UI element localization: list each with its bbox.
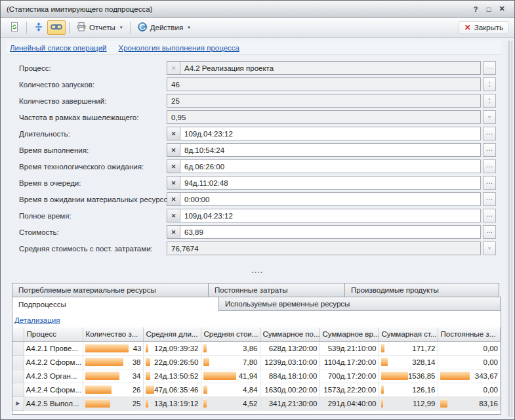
row-selector[interactable] bbox=[12, 369, 24, 383]
row-selector[interactable] bbox=[12, 355, 24, 369]
form-row: Стоимость:✕63,89… bbox=[19, 225, 496, 239]
field-value-box-2: 25 bbox=[167, 94, 481, 108]
value-bar bbox=[203, 358, 209, 366]
reports-label: Отчеты bbox=[89, 24, 115, 32]
column-header-process[interactable]: Процесс bbox=[24, 327, 83, 341]
value-bar bbox=[381, 371, 408, 380]
field-label: Время технологического ожидания: bbox=[19, 163, 167, 171]
value-bar bbox=[85, 371, 119, 380]
value-bar bbox=[146, 385, 155, 394]
cell-sum-time: 539д.21:10:00 bbox=[319, 341, 379, 355]
refresh-document-button[interactable] bbox=[6, 20, 23, 35]
ellipsis-button[interactable]: … bbox=[483, 176, 496, 190]
column-header-avg_dur[interactable]: Средняя дли... bbox=[143, 327, 201, 341]
dropdown-icon: ▼ bbox=[483, 110, 496, 124]
row-selector[interactable] bbox=[12, 383, 24, 396]
clear-field-icon[interactable]: ✕ bbox=[167, 177, 180, 189]
tab-0[interactable]: Потребляемые материальные ресурсы bbox=[12, 283, 209, 297]
column-header-sum_cost[interactable]: Суммарная ст... bbox=[379, 327, 438, 341]
close-dialog-button[interactable]: ✕ Закрыть bbox=[459, 21, 509, 34]
red-x-icon: ✕ bbox=[464, 23, 471, 32]
tab-bottom-1[interactable]: Используемые временные ресурсы bbox=[218, 297, 501, 311]
clear-field-icon[interactable]: ✕ bbox=[167, 226, 180, 238]
field-value[interactable]: 8д.10:54:24 bbox=[180, 144, 480, 156]
refresh-document-icon bbox=[9, 22, 20, 33]
value-bar bbox=[146, 371, 150, 380]
value-bar bbox=[381, 358, 388, 366]
field-value[interactable]: 46 bbox=[167, 78, 480, 91]
cell-sum-full: 1630д.00:20:00 bbox=[260, 383, 319, 396]
dialog-content: Линейный список операцийХронология выпол… bbox=[1, 38, 514, 419]
cell-count: 38 bbox=[83, 355, 143, 369]
cell-sum-full: 884д.18:10:00 bbox=[260, 369, 319, 383]
links-row: Линейный список операцийХронология выпол… bbox=[7, 41, 501, 55]
table-row[interactable]: ▶A4.2.5 Выпол...2513д.13:19:124,52341д.2… bbox=[12, 396, 501, 410]
tab-bottom-0[interactable]: Подпроцессы bbox=[12, 297, 219, 312]
cell-count: 43 bbox=[83, 341, 143, 355]
field-value[interactable]: 109д.04:23:12 bbox=[180, 127, 480, 140]
field-value[interactable]: 109д.04:23:12 bbox=[180, 209, 480, 222]
chevron-down-icon: ▼ bbox=[119, 26, 123, 30]
detail-row: Детализация bbox=[12, 311, 501, 327]
form-row: Время в очереди:✕94д.11:02:48… bbox=[19, 176, 496, 190]
field-label: Время в ожидании материальных ресурсов: bbox=[19, 196, 167, 203]
tab-1[interactable]: Постоянные затраты bbox=[208, 283, 345, 297]
ellipsis-button[interactable]: … bbox=[483, 225, 496, 239]
ellipsis-button[interactable]: … bbox=[483, 192, 496, 206]
clear-field-icon[interactable]: ✕ bbox=[167, 209, 180, 222]
spinner-buttons: ▲▼ bbox=[483, 77, 496, 91]
field-value-box-4: ✕109д.04:23:12 bbox=[167, 127, 481, 140]
cell-count: 34 bbox=[83, 369, 143, 383]
field-value[interactable]: 63,89 bbox=[180, 226, 480, 238]
column-header-fixed_cost[interactable]: Постоянные з... bbox=[438, 327, 501, 341]
field-value[interactable]: 0,95 bbox=[167, 111, 480, 123]
row-selector[interactable] bbox=[12, 341, 24, 355]
vertical-splitter[interactable] bbox=[508, 41, 512, 417]
row-selector[interactable]: ▶ bbox=[12, 396, 24, 410]
horizontal-splitter[interactable]: .... bbox=[1, 258, 514, 283]
clear-field-icon[interactable]: ✕ bbox=[167, 127, 180, 140]
detail-link[interactable]: Детализация bbox=[14, 316, 60, 324]
tab-2[interactable]: Производимые продукты bbox=[344, 283, 499, 297]
cell-process: A4.2.3 Орган... bbox=[24, 369, 83, 383]
cell-fixed_cost: 83,16 bbox=[438, 396, 501, 410]
field-value[interactable]: 25 bbox=[167, 94, 480, 107]
ellipsis-button[interactable]: … bbox=[483, 143, 496, 157]
clear-field-icon[interactable]: ✕ bbox=[167, 193, 180, 205]
column-header-sum_time[interactable]: Суммарное вр... bbox=[319, 327, 379, 341]
nav-link-1[interactable]: Хронология выполнения процесса bbox=[119, 44, 239, 52]
clear-field-icon[interactable]: ✕ bbox=[167, 144, 180, 156]
value-bar bbox=[440, 371, 470, 380]
ellipsis-button[interactable]: … bbox=[483, 159, 496, 173]
column-header-avg_cost[interactable]: Средняя стои... bbox=[201, 327, 260, 341]
table-row[interactable]: A4.2.4 Сформ...2647д.06:35:464,841630д.0… bbox=[12, 383, 501, 396]
field-value[interactable]: 0:00:00 bbox=[180, 193, 480, 205]
field-value[interactable]: A4.2 Реализация проекта bbox=[180, 62, 480, 74]
form-row: Время в ожидании материальных ресурсов:✕… bbox=[19, 192, 496, 206]
reports-button[interactable]: Отчеты ▼ bbox=[73, 20, 127, 35]
table-row[interactable]: A4.2.1 Прове...4312д.09:39:323,86628д.13… bbox=[12, 341, 501, 355]
table-row[interactable]: A4.2.2 Сформ...3822д.09:26:507,801239д.0… bbox=[12, 355, 501, 369]
form-row: Время выполнения:✕8д.10:54:24… bbox=[19, 143, 496, 157]
ellipsis-button[interactable]: … bbox=[483, 127, 496, 140]
field-value[interactable]: 94д.11:02:48 bbox=[180, 177, 480, 189]
dropdown-icon: ▼ bbox=[483, 242, 496, 255]
fit-vertical-button[interactable] bbox=[30, 20, 47, 35]
nav-link-0[interactable]: Линейный список операций bbox=[10, 44, 107, 52]
clear-field-icon[interactable]: ✕ bbox=[167, 160, 180, 173]
maximize-icon[interactable]: □ bbox=[482, 5, 495, 13]
field-value[interactable]: 76,7674 bbox=[167, 242, 480, 255]
table-row[interactable]: A4.2.3 Орган...3424д.13:50:5241,94884д.1… bbox=[12, 369, 501, 383]
field-value[interactable]: 6д.06:26:00 bbox=[180, 160, 480, 173]
link-toggle-button[interactable] bbox=[47, 20, 66, 35]
close-icon[interactable]: ✕ bbox=[495, 5, 508, 13]
form-row: Количество завершений:25▲▼ bbox=[19, 94, 496, 108]
cell-count: 26 bbox=[83, 383, 143, 396]
help-icon[interactable]: ? bbox=[469, 5, 482, 13]
ellipsis-button[interactable]: … bbox=[483, 209, 496, 222]
cell-avg_dur: 24д.13:50:52 bbox=[143, 369, 201, 383]
field-value-box-9: ✕109д.04:23:12 bbox=[167, 209, 481, 222]
column-header-count[interactable]: Количество з... bbox=[83, 327, 143, 341]
column-header-sum_full[interactable]: Суммарное по... bbox=[260, 327, 319, 341]
actions-button[interactable]: Действия ▼ bbox=[134, 20, 194, 35]
